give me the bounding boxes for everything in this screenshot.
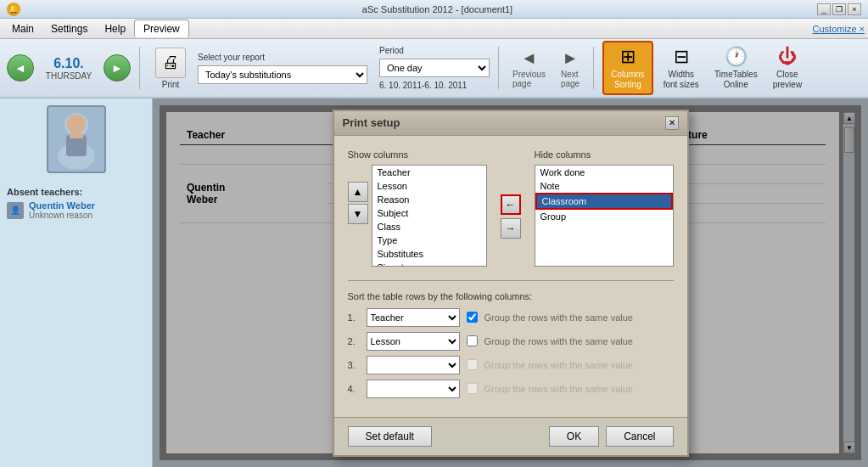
next-page-label: Nextpage xyxy=(561,70,580,88)
sort-select-3[interactable] xyxy=(367,356,460,374)
sort-checkbox-1[interactable] xyxy=(467,312,478,323)
svg-point-2 xyxy=(67,115,86,133)
hide-col-group[interactable]: Group xyxy=(535,210,673,223)
main-content: Absent teachers: 👤 Quentin Weber Unknown… xyxy=(0,98,868,467)
menu-preview[interactable]: Preview xyxy=(134,20,189,37)
sort-row-3: 3. Group the rows with the same value xyxy=(348,356,674,374)
close-preview-label: Closepreview xyxy=(773,70,802,90)
prev-date-button[interactable]: ◄ xyxy=(7,54,34,82)
show-col-subject[interactable]: Subject xyxy=(372,206,486,220)
sort-num-3: 3. xyxy=(348,360,360,370)
columns-sorting-label: ColumnsSorting xyxy=(611,70,644,90)
period-dates: 6. 10. 2011-6. 10. 2011 xyxy=(379,81,490,90)
widths-icon: ⊟ xyxy=(674,46,689,68)
period-section: Period One day 6. 10. 2011-6. 10. 2011 xyxy=(379,46,490,90)
sort-select-4[interactable] xyxy=(367,380,460,398)
title-bar: 🔔 aSc Substitution 2012 - [document1] _ … xyxy=(0,0,868,19)
modal-title: Print setup xyxy=(343,116,400,129)
print-section: 🖨 Print xyxy=(148,48,193,89)
cancel-button[interactable]: Cancel xyxy=(606,426,673,447)
hide-col-note[interactable]: Note xyxy=(535,179,673,193)
show-col-class[interactable]: Class xyxy=(372,220,486,234)
sort-select-2[interactable]: Lesson xyxy=(367,332,460,351)
absent-teacher-name: Quentin Weber xyxy=(29,200,95,211)
show-col-lesson[interactable]: Lesson xyxy=(372,179,486,193)
print-label: Print xyxy=(162,80,180,89)
sort-checkbox-label-1: Group the rows with the same value xyxy=(484,312,633,323)
show-columns-label: Show columns xyxy=(348,149,487,160)
sort-row-1: 1. Teacher Group the rows with the same … xyxy=(348,308,674,327)
move-up-button[interactable]: ▲ xyxy=(348,182,368,202)
show-columns-group: Show columns ▲ ▼ Teacher Lesson Reason xyxy=(348,149,487,267)
prev-page-label: Previouspage xyxy=(512,70,546,88)
sort-checkbox-3[interactable] xyxy=(467,359,478,370)
sort-checkbox-label-4: Group the rows with the same value xyxy=(484,384,633,394)
move-to-show-button[interactable]: → xyxy=(501,218,521,239)
prev-page-button[interactable]: ◄ Previouspage xyxy=(507,48,551,88)
restore-button[interactable]: ❐ xyxy=(832,3,846,15)
next-page-icon: ► xyxy=(562,48,579,68)
report-label: Select your report xyxy=(198,53,367,62)
sort-num-2: 2. xyxy=(348,336,360,346)
close-preview-icon: ⏻ xyxy=(778,46,797,68)
weekday-value: THURSDAY xyxy=(39,71,98,81)
minimize-button[interactable]: _ xyxy=(817,3,831,15)
show-col-type[interactable]: Type xyxy=(372,234,486,247)
show-col-substitutes[interactable]: Substitutes xyxy=(372,247,486,261)
hide-columns-list[interactable]: Work done Note Classroom Group xyxy=(535,165,674,267)
columns-section: Show columns ▲ ▼ Teacher Lesson Reason xyxy=(348,149,674,267)
show-col-reason[interactable]: Reason xyxy=(372,193,486,206)
modal-body: Show columns ▲ ▼ Teacher Lesson Reason xyxy=(334,136,687,417)
set-default-button[interactable]: Set default xyxy=(348,426,432,447)
columns-sorting-icon: ⊞ xyxy=(620,46,636,68)
show-col-signature[interactable]: Signature xyxy=(372,261,486,267)
columns-sorting-button[interactable]: ⊞ ColumnsSorting xyxy=(602,41,652,95)
customize-button[interactable]: Customize × xyxy=(813,24,865,34)
menu-help[interactable]: Help xyxy=(96,20,134,37)
sort-num-4: 4. xyxy=(348,384,360,394)
widths-font-sizes-button[interactable]: ⊟ Widthsfont sizes xyxy=(658,44,704,92)
menu-bar: Main Settings Help Preview Customize × xyxy=(0,19,868,39)
sort-checkbox-label-2: Group the rows with the same value xyxy=(484,336,633,346)
sort-checkbox-2[interactable] xyxy=(467,335,478,346)
next-date-button[interactable]: ► xyxy=(104,54,131,82)
sidebar: Absent teachers: 👤 Quentin Weber Unknown… xyxy=(0,98,153,467)
sort-section: Sort the table rows by the following col… xyxy=(348,280,674,398)
next-page-button[interactable]: ► Nextpage xyxy=(556,48,585,88)
print-button[interactable]: 🖨 xyxy=(155,48,186,78)
modal-close-button[interactable]: ✕ xyxy=(665,116,679,130)
sort-num-1: 1. xyxy=(348,312,360,323)
date-display: 6.10. THURSDAY xyxy=(39,56,98,81)
period-select[interactable]: One day xyxy=(379,59,490,77)
app-title: aSc Substitution 2012 - [document1] xyxy=(58,4,817,14)
menu-main[interactable]: Main xyxy=(3,20,42,37)
sort-checkbox-4[interactable] xyxy=(467,383,478,394)
menu-settings[interactable]: Settings xyxy=(42,20,96,37)
move-to-hide-button[interactable]: ← xyxy=(501,194,521,215)
move-down-button[interactable]: ▼ xyxy=(348,204,368,224)
toolbar: ◄ 6.10. THURSDAY ► 🖨 Print Select your r… xyxy=(0,39,868,98)
ok-button[interactable]: OK xyxy=(549,426,599,447)
hide-col-workdone[interactable]: Work done xyxy=(535,166,673,179)
close-preview-button[interactable]: ⏻ Closepreview xyxy=(768,44,807,92)
widths-label: Widthsfont sizes xyxy=(664,70,699,90)
report-section: Select your report Today's substitutions xyxy=(198,53,367,84)
report-select[interactable]: Today's substitutions xyxy=(198,65,367,84)
timetables-online-label: TimeTablesOnline xyxy=(714,70,758,90)
sort-select-1[interactable]: Teacher xyxy=(367,308,460,327)
show-columns-list[interactable]: Teacher Lesson Reason Subject Class Type… xyxy=(372,165,487,267)
date-value: 6.10. xyxy=(39,56,98,71)
timetables-online-button[interactable]: 🕐 TimeTablesOnline xyxy=(709,44,763,92)
prev-page-icon: ◄ xyxy=(521,48,538,68)
hide-col-classroom[interactable]: Classroom xyxy=(535,193,673,210)
hide-columns-group: Hide columns Work done Note Classroom Gr… xyxy=(535,149,674,267)
hide-columns-label: Hide columns xyxy=(535,149,674,160)
absent-teacher-item: 👤 Quentin Weber Unknown reason xyxy=(7,200,145,220)
absent-teacher-info: Quentin Weber Unknown reason xyxy=(29,200,95,220)
modal-title-bar: Print setup ✕ xyxy=(334,111,687,136)
window-controls: _ ❐ × xyxy=(817,3,861,15)
show-col-teacher[interactable]: Teacher xyxy=(372,166,486,179)
sort-row-4: 4. Group the rows with the same value xyxy=(348,380,674,398)
close-button[interactable]: × xyxy=(848,3,861,15)
sort-row-2: 2. Lesson Group the rows with the same v… xyxy=(348,332,674,351)
